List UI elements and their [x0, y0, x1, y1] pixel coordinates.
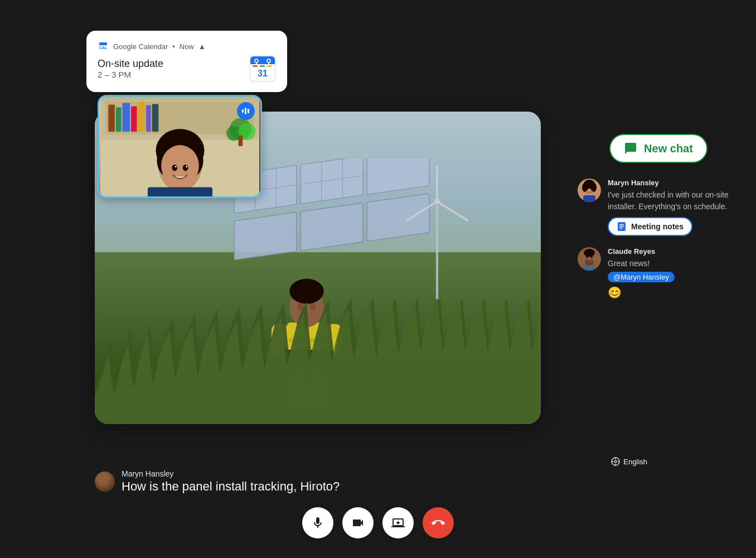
svg-point-10 — [255, 59, 258, 62]
svg-rect-92 — [619, 224, 624, 225]
svg-rect-18 — [367, 158, 429, 195]
svg-rect-76 — [248, 109, 249, 113]
new-chat-button[interactable]: New chat — [609, 134, 707, 163]
mute-button[interactable] — [302, 507, 333, 538]
meeting-notes-label: Meeting notes — [631, 222, 684, 231]
settings-icon — [611, 457, 620, 466]
notification-title-row: On-site update 2 – 3 PM 31 — [98, 55, 276, 82]
caption-bar: Maryn Hansley How is the panel install t… — [95, 469, 340, 494]
svg-rect-55 — [122, 103, 130, 132]
caption-speaker-avatar — [95, 472, 115, 492]
svg-point-89 — [590, 187, 593, 190]
maryn-avatar-img — [578, 179, 601, 202]
end-call-icon — [432, 516, 445, 530]
svg-rect-59 — [152, 104, 159, 132]
notes-icon — [617, 222, 627, 232]
language-badge: English — [611, 457, 647, 466]
svg-rect-58 — [146, 105, 151, 131]
svg-point-97 — [584, 249, 595, 257]
reaction-emoji: 😊 — [608, 286, 739, 299]
mention-chip-wrapper: @Maryn Hansley — [608, 270, 739, 282]
svg-point-69 — [172, 165, 177, 171]
svg-rect-73 — [148, 187, 212, 196]
svg-rect-56 — [131, 106, 137, 131]
claude-avatar-img — [578, 247, 601, 271]
gcal-icon: CAL — [98, 41, 109, 52]
svg-point-72 — [186, 166, 187, 167]
notification-time: Now — [180, 42, 194, 51]
svg-rect-21 — [367, 194, 429, 242]
svg-rect-94 — [619, 228, 622, 229]
self-view-pip — [98, 95, 262, 198]
svg-rect-15 — [267, 65, 272, 67]
caption-avatar-img — [95, 472, 115, 492]
svg-point-99 — [590, 256, 593, 258]
claude-sender-name: Claude Reyes — [608, 247, 739, 256]
self-view-bg — [99, 97, 260, 196]
svg-line-31 — [437, 201, 468, 221]
svg-point-68 — [161, 145, 199, 186]
notification-event-title: On-site update — [98, 58, 163, 70]
camera-button[interactable] — [342, 507, 374, 538]
svg-rect-75 — [245, 108, 246, 114]
svg-rect-63 — [238, 136, 243, 146]
chat-bubble-icon — [624, 142, 637, 155]
present-icon — [391, 516, 405, 530]
svg-point-98 — [586, 256, 588, 258]
svg-text:CAL: CAL — [99, 46, 108, 50]
svg-rect-14 — [260, 65, 265, 67]
chat-sidebar: New chat Maryn Hansley I've just checked… — [578, 134, 739, 310]
grass-foreground — [95, 299, 541, 424]
svg-rect-3 — [99, 44, 107, 45]
svg-point-11 — [267, 59, 270, 62]
svg-rect-93 — [619, 226, 624, 227]
caption-text-area: Maryn Hansley How is the panel install t… — [122, 469, 340, 494]
maryn-avatar — [578, 179, 601, 202]
camera-icon — [351, 516, 365, 530]
svg-point-88 — [586, 187, 588, 190]
calendar-31-icon: 31 — [250, 56, 275, 81]
maryn-message-content: Maryn Hansley I've just checked in with … — [608, 179, 739, 236]
mention-chip: @Maryn Hansley — [608, 272, 675, 282]
notification-header: CAL Google Calendar • Now ▲ — [98, 41, 276, 52]
claude-message-body: Great news! — [608, 258, 739, 270]
language-label: English — [623, 458, 647, 466]
calendar-badge: 31 — [249, 55, 276, 82]
maryn-sender-name: Maryn Hansley — [608, 179, 739, 187]
self-view-person — [99, 97, 260, 196]
svg-rect-53 — [108, 105, 115, 132]
caption-speech-text: How is the panel install tracking, Hirot… — [122, 479, 340, 494]
svg-rect-90 — [583, 195, 595, 202]
notification-card: CAL Google Calendar • Now ▲ On-site upda… — [86, 31, 287, 92]
audio-indicator — [237, 102, 255, 120]
meeting-notes-chip[interactable]: Meeting notes — [608, 217, 692, 236]
svg-rect-17 — [301, 158, 363, 204]
svg-rect-13 — [253, 65, 258, 67]
notification-event-time: 2 – 3 PM — [98, 70, 163, 79]
notification-dot: • — [172, 42, 175, 51]
maryn-message-body: I've just checked in with our on-site in… — [608, 189, 739, 213]
audio-wave-icon — [241, 106, 251, 116]
new-chat-label: New chat — [644, 142, 693, 155]
svg-point-78 — [614, 460, 617, 463]
claude-avatar — [578, 247, 601, 271]
chat-message-1: Maryn Hansley I've just checked in with … — [578, 179, 739, 236]
svg-point-71 — [175, 166, 177, 167]
present-button[interactable] — [382, 507, 414, 538]
control-bar — [302, 507, 454, 538]
chat-message-2: Claude Reyes Great news! @Maryn Hansley … — [578, 247, 739, 299]
svg-text:31: 31 — [258, 69, 268, 78]
svg-rect-7 — [250, 61, 275, 64]
end-call-button[interactable] — [423, 507, 454, 538]
svg-rect-100 — [583, 265, 595, 271]
caption-speaker-name: Maryn Hansley — [122, 469, 340, 478]
svg-rect-74 — [242, 109, 244, 113]
chevron-up-icon: ▲ — [198, 42, 206, 51]
notification-app-name: Google Calendar — [113, 42, 168, 51]
svg-rect-57 — [138, 102, 146, 132]
mic-icon — [311, 516, 324, 530]
svg-point-70 — [183, 165, 188, 171]
svg-rect-54 — [116, 107, 122, 132]
svg-rect-20 — [301, 203, 363, 251]
claude-message-content: Claude Reyes Great news! @Maryn Hansley … — [608, 247, 739, 299]
